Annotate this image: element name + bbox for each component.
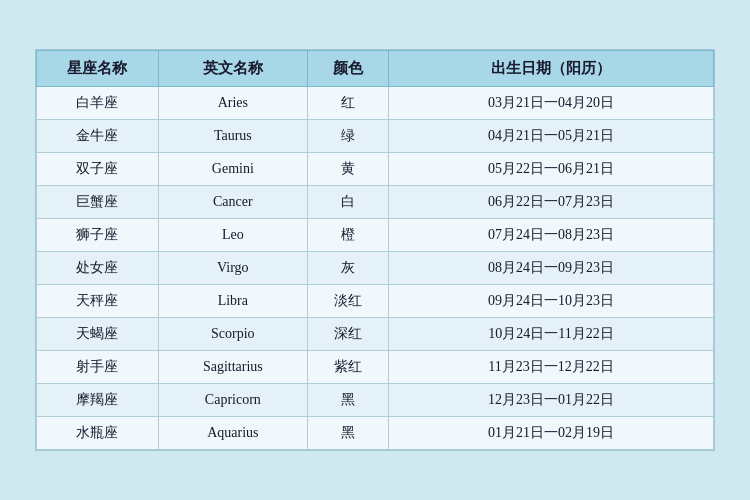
cell-zh: 金牛座 (37, 120, 159, 153)
cell-date: 05月22日一06月21日 (389, 153, 714, 186)
table-row: 巨蟹座Cancer白06月22日一07月23日 (37, 186, 714, 219)
table-row: 摩羯座Capricorn黑12月23日一01月22日 (37, 384, 714, 417)
cell-color: 黑 (307, 384, 388, 417)
cell-color: 灰 (307, 252, 388, 285)
cell-color: 黑 (307, 417, 388, 450)
table-row: 白羊座Aries红03月21日一04月20日 (37, 87, 714, 120)
table-row: 狮子座Leo橙07月24日一08月23日 (37, 219, 714, 252)
cell-color: 绿 (307, 120, 388, 153)
cell-en: Gemini (158, 153, 307, 186)
cell-date: 06月22日一07月23日 (389, 186, 714, 219)
table-row: 天蝎座Scorpio深红10月24日一11月22日 (37, 318, 714, 351)
cell-zh: 天秤座 (37, 285, 159, 318)
table-row: 双子座Gemini黄05月22日一06月21日 (37, 153, 714, 186)
header-en: 英文名称 (158, 51, 307, 87)
cell-color: 淡红 (307, 285, 388, 318)
zodiac-table-container: 星座名称 英文名称 颜色 出生日期（阳历） 白羊座Aries红03月21日一04… (35, 49, 715, 451)
table-row: 射手座Sagittarius紫红11月23日一12月22日 (37, 351, 714, 384)
table-header-row: 星座名称 英文名称 颜色 出生日期（阳历） (37, 51, 714, 87)
cell-date: 10月24日一11月22日 (389, 318, 714, 351)
cell-color: 红 (307, 87, 388, 120)
cell-date: 07月24日一08月23日 (389, 219, 714, 252)
header-zh: 星座名称 (37, 51, 159, 87)
cell-en: Capricorn (158, 384, 307, 417)
cell-zh: 双子座 (37, 153, 159, 186)
cell-en: Aquarius (158, 417, 307, 450)
cell-color: 黄 (307, 153, 388, 186)
table-row: 处女座Virgo灰08月24日一09月23日 (37, 252, 714, 285)
cell-zh: 白羊座 (37, 87, 159, 120)
cell-date: 03月21日一04月20日 (389, 87, 714, 120)
cell-zh: 水瓶座 (37, 417, 159, 450)
cell-color: 橙 (307, 219, 388, 252)
table-row: 水瓶座Aquarius黑01月21日一02月19日 (37, 417, 714, 450)
cell-zh: 天蝎座 (37, 318, 159, 351)
cell-zh: 狮子座 (37, 219, 159, 252)
cell-en: Taurus (158, 120, 307, 153)
cell-en: Scorpio (158, 318, 307, 351)
zodiac-table: 星座名称 英文名称 颜色 出生日期（阳历） 白羊座Aries红03月21日一04… (36, 50, 714, 450)
cell-zh: 处女座 (37, 252, 159, 285)
header-date: 出生日期（阳历） (389, 51, 714, 87)
cell-en: Aries (158, 87, 307, 120)
table-row: 金牛座Taurus绿04月21日一05月21日 (37, 120, 714, 153)
cell-zh: 摩羯座 (37, 384, 159, 417)
cell-en: Sagittarius (158, 351, 307, 384)
cell-en: Leo (158, 219, 307, 252)
cell-color: 白 (307, 186, 388, 219)
cell-date: 08月24日一09月23日 (389, 252, 714, 285)
cell-zh: 射手座 (37, 351, 159, 384)
cell-en: Virgo (158, 252, 307, 285)
cell-en: Libra (158, 285, 307, 318)
cell-date: 01月21日一02月19日 (389, 417, 714, 450)
cell-en: Cancer (158, 186, 307, 219)
header-color: 颜色 (307, 51, 388, 87)
table-body: 白羊座Aries红03月21日一04月20日金牛座Taurus绿04月21日一0… (37, 87, 714, 450)
cell-color: 紫红 (307, 351, 388, 384)
cell-date: 09月24日一10月23日 (389, 285, 714, 318)
table-row: 天秤座Libra淡红09月24日一10月23日 (37, 285, 714, 318)
cell-zh: 巨蟹座 (37, 186, 159, 219)
cell-date: 04月21日一05月21日 (389, 120, 714, 153)
cell-color: 深红 (307, 318, 388, 351)
cell-date: 12月23日一01月22日 (389, 384, 714, 417)
cell-date: 11月23日一12月22日 (389, 351, 714, 384)
